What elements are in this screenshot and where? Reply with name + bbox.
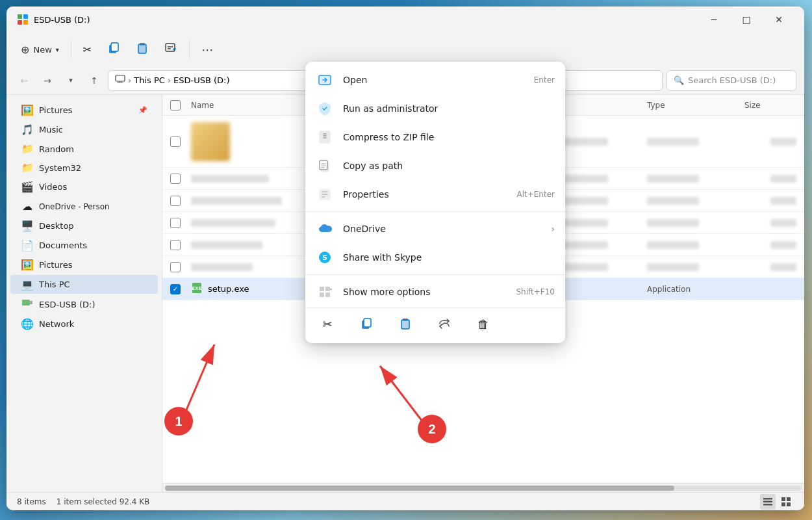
new-button[interactable]: ⊕ New ▾	[14, 40, 66, 60]
svg-rect-21	[763, 504, 772, 506]
svg-rect-20	[763, 500, 772, 502]
search-bar[interactable]: 🔍 Search ESD-USB (D:)	[666, 70, 796, 91]
more-button[interactable]: ⋯	[195, 39, 221, 60]
file-size-cell	[744, 197, 796, 205]
row-check[interactable]	[170, 136, 181, 147]
maximize-button[interactable]: □	[731, 9, 761, 30]
file-type-cell	[647, 263, 744, 271]
ctx-skype[interactable]: S Share with Skype	[305, 243, 565, 272]
ctx-mini-paste[interactable]	[394, 313, 417, 334]
sidebar-item-label: Pictures	[39, 105, 72, 115]
row-checkbox[interactable]	[170, 136, 191, 147]
svg-rect-35	[325, 287, 330, 291]
new-label: New	[33, 45, 51, 55]
ctx-open[interactable]: Open Enter	[305, 66, 565, 94]
ctx-more-options-label: Show more options	[343, 287, 507, 297]
ctx-copy-path[interactable]: Copy as path	[305, 151, 565, 180]
new-dropdown-icon: ▾	[56, 46, 59, 53]
details-view-button[interactable]	[760, 494, 776, 510]
breadcrumb-sep-2: ›	[168, 75, 171, 85]
ctx-run-admin[interactable]: Run as administrator	[305, 94, 565, 123]
svg-rect-9	[166, 44, 175, 51]
sidebar: 🖼️ Pictures 📌 🎵 Music 📁 Random 📁 System3…	[6, 95, 162, 492]
row-checkbox[interactable]	[170, 262, 191, 272]
sidebar-item-pictures[interactable]: 🖼️ Pictures	[10, 255, 158, 274]
rename-button[interactable]	[158, 38, 184, 61]
ctx-skype-label: Share with Skype	[343, 252, 555, 263]
row-checkbox[interactable]	[170, 196, 191, 206]
forward-button[interactable]: →	[38, 71, 57, 90]
sidebar-item-system32[interactable]: 📁 System32	[10, 159, 158, 177]
sidebar-item-label: Videos	[39, 182, 67, 192]
svg-rect-16	[30, 301, 32, 304]
breadcrumb-thispc[interactable]: This PC	[134, 75, 165, 85]
back-button[interactable]: ←	[14, 71, 34, 90]
ctx-more-options[interactable]: Show more options Shift+F10	[305, 278, 565, 306]
cut-icon: ✂	[83, 44, 92, 56]
more-icon: ⋯	[201, 43, 214, 57]
random-icon: 📁	[21, 143, 34, 155]
pin-icon: 📌	[138, 106, 147, 114]
sidebar-item-esd-usb[interactable]: ESD-USB (D:)	[10, 294, 158, 314]
tiles-view-button[interactable]	[778, 494, 794, 510]
sidebar-item-network[interactable]: 🌐 Network	[10, 315, 158, 333]
ctx-mini-toolbar: ✂ 🗑	[305, 307, 565, 339]
ctx-compress-zip[interactable]: Compress to ZIP file	[305, 123, 565, 151]
svg-text:S: S	[322, 254, 327, 262]
sidebar-item-label: Documents	[39, 240, 87, 250]
breadcrumb-drive[interactable]: ESD-USB (D:)	[173, 75, 230, 85]
close-button[interactable]: ✕	[764, 9, 794, 30]
sidebar-item-label: Network	[39, 319, 74, 329]
svg-rect-24	[781, 502, 785, 506]
sidebar-item-label: ESD-USB (D:)	[39, 300, 95, 309]
sidebar-item-label: Desktop	[39, 221, 74, 231]
sidebar-item-thispc[interactable]: 💻 This PC	[10, 275, 158, 294]
ctx-run-admin-label: Run as administrator	[343, 103, 546, 114]
ctx-onedrive[interactable]: OneDrive ›	[305, 214, 565, 243]
ctx-onedrive-label: OneDrive	[343, 224, 542, 234]
sidebar-item-random[interactable]: 📁 Random	[10, 140, 158, 158]
svg-text:EXE: EXE	[192, 286, 202, 291]
sidebar-item-music[interactable]: 🎵 Music	[10, 120, 158, 139]
cut-button[interactable]: ✂	[77, 40, 98, 60]
paste-icon	[136, 42, 149, 57]
ctx-open-shortcut: Enter	[534, 75, 555, 84]
copy-button[interactable]	[101, 38, 127, 61]
select-all-checkbox[interactable]	[170, 100, 181, 110]
recent-button[interactable]: ▾	[61, 71, 81, 90]
svg-rect-37	[325, 292, 330, 297]
header-size: Size	[744, 101, 796, 110]
file-size-cell	[744, 175, 796, 183]
titlebar-controls: ─ □ ✕	[699, 9, 794, 30]
onedrive-ctx-icon	[316, 220, 334, 238]
onedrive-icon: ☁️	[21, 200, 34, 213]
sidebar-item-pictures-pinned[interactable]: 🖼️ Pictures 📌	[10, 101, 158, 120]
ctx-mini-share[interactable]	[433, 313, 456, 334]
sidebar-item-label: Pictures	[39, 260, 72, 270]
ctx-mini-cut[interactable]: ✂	[316, 313, 339, 334]
svg-rect-0	[18, 14, 22, 19]
exe-icon: EXE	[191, 282, 203, 296]
music-icon: 🎵	[21, 124, 34, 136]
paste-button[interactable]	[129, 38, 155, 61]
up-button[interactable]: ↑	[84, 71, 104, 90]
documents-icon: 📄	[21, 239, 34, 252]
copy-path-icon	[316, 157, 334, 175]
file-size-cell	[744, 241, 796, 249]
svg-rect-23	[787, 497, 791, 501]
file-type-cell	[647, 175, 744, 183]
sidebar-item-onedrive[interactable]: ☁️ OneDrive - Person	[10, 197, 158, 216]
ctx-properties[interactable]: Properties Alt+Enter	[305, 180, 565, 209]
sidebar-item-videos[interactable]: 🎬 Videos	[10, 177, 158, 196]
ctx-mini-delete[interactable]: 🗑	[472, 313, 495, 334]
row-checkbox[interactable]	[170, 240, 191, 250]
network-icon: 🌐	[21, 318, 34, 330]
row-checkbox[interactable]	[170, 218, 191, 228]
row-checkbox[interactable]	[170, 174, 191, 184]
ctx-mini-copy[interactable]	[355, 313, 378, 334]
row-checkbox[interactable]: ✓	[170, 284, 191, 294]
sidebar-item-desktop[interactable]: 🖥️ Desktop	[10, 216, 158, 235]
sidebar-item-documents[interactable]: 📄 Documents	[10, 236, 158, 255]
minimize-button[interactable]: ─	[699, 9, 729, 30]
row-check-checked[interactable]: ✓	[170, 284, 181, 294]
